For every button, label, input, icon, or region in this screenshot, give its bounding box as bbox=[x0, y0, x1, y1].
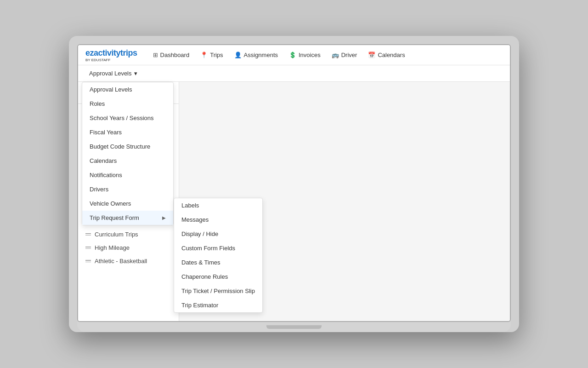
dropdown-item-approval-levels[interactable]: Approval Levels bbox=[82, 82, 173, 97]
sub-dropdown-item-custom-form-fields[interactable]: Custom Form Fields bbox=[174, 241, 262, 255]
chevron-right-icon: ▶ bbox=[162, 215, 166, 220]
nav-icon-dashboard: ⊞ bbox=[153, 52, 158, 58]
drag-handle bbox=[85, 260, 91, 262]
dropdown-item-vehicle-owners[interactable]: Vehicle Owners bbox=[82, 196, 173, 211]
dropdown-item-roles[interactable]: Roles bbox=[82, 97, 173, 111]
sub-dropdown-item-trip-estimator[interactable]: Trip Estimator bbox=[174, 298, 262, 312]
dropdown-item-budget-code-structure[interactable]: Budget Code Structure bbox=[82, 139, 173, 154]
app-header: ezactivitytrips BY EDUSTAFF ⊞Dashboard📍T… bbox=[78, 45, 510, 65]
nav-item-calendars[interactable]: 📅Calendars bbox=[363, 49, 409, 61]
nav-icon-invoices: 💲 bbox=[289, 52, 296, 58]
primary-dropdown: Approval LevelsRolesSchool Years / Sessi… bbox=[82, 82, 174, 225]
dropdown-item-trip-request-form[interactable]: Trip Request Form▶ bbox=[82, 211, 173, 225]
dropdown-item-notifications[interactable]: Notifications bbox=[82, 168, 173, 182]
nav-icon-assignments: 👤 bbox=[234, 52, 242, 58]
dropdown-item-fiscal-years[interactable]: Fiscal Years bbox=[82, 125, 173, 139]
dropdown-item-calendars[interactable]: Calendars bbox=[82, 154, 173, 168]
sub-dropdown-item-labels[interactable]: Labels bbox=[174, 198, 262, 213]
drag-handle bbox=[85, 233, 91, 236]
sidebar-item-athletic-basketball[interactable]: Athletic - Basketball bbox=[78, 254, 179, 268]
nav-item-invoices[interactable]: 💲Invoices bbox=[284, 49, 325, 61]
nav-icon-driver: 🚌 bbox=[332, 52, 339, 58]
dropdown-item-school-years-sessions[interactable]: School Years / Sessions bbox=[82, 111, 173, 125]
sub-dropdown-item-chaperone-rules[interactable]: Chaperone Rules bbox=[174, 270, 262, 284]
nav-item-assignments[interactable]: 👤Assignments bbox=[230, 49, 283, 61]
logo: ezactivitytrips BY EDUSTAFF bbox=[85, 48, 137, 62]
sidebar-item-high-mileage[interactable]: High Mileage bbox=[78, 241, 179, 254]
sub-dropdown-item-dates-times[interactable]: Dates & Times bbox=[174, 255, 262, 270]
approval-levels-trigger[interactable]: Approval Levels ▾ bbox=[85, 67, 141, 80]
drag-handle bbox=[85, 247, 91, 249]
nav-item-driver[interactable]: 🚌Driver bbox=[327, 49, 362, 61]
nav-icon-trips: 📍 bbox=[200, 52, 208, 58]
dropdown-item-drivers[interactable]: Drivers bbox=[82, 182, 173, 196]
sub-dropdown-item-display-hide[interactable]: Display / Hide bbox=[174, 227, 262, 241]
submenu-bar: Approval Levels ▾ Approval LevelsRolesSc… bbox=[78, 65, 510, 82]
nav-item-trips[interactable]: 📍Trips bbox=[196, 49, 227, 61]
nav-icon-calendars: 📅 bbox=[368, 52, 375, 58]
sub-dropdown-item-trip-ticket-permission-slip[interactable]: Trip Ticket / Permission Slip bbox=[174, 284, 262, 298]
sub-dropdown: LabelsMessagesDisplay / HideCustom Form … bbox=[174, 198, 263, 313]
main-nav: ⊞Dashboard📍Trips👤Assignments💲Invoices🚌Dr… bbox=[148, 49, 503, 61]
sub-dropdown-item-messages[interactable]: Messages bbox=[174, 213, 262, 227]
nav-item-dashboard[interactable]: ⊞Dashboard bbox=[148, 49, 194, 61]
sidebar-item-curriculum-trips[interactable]: Curriculum Trips bbox=[78, 228, 179, 241]
